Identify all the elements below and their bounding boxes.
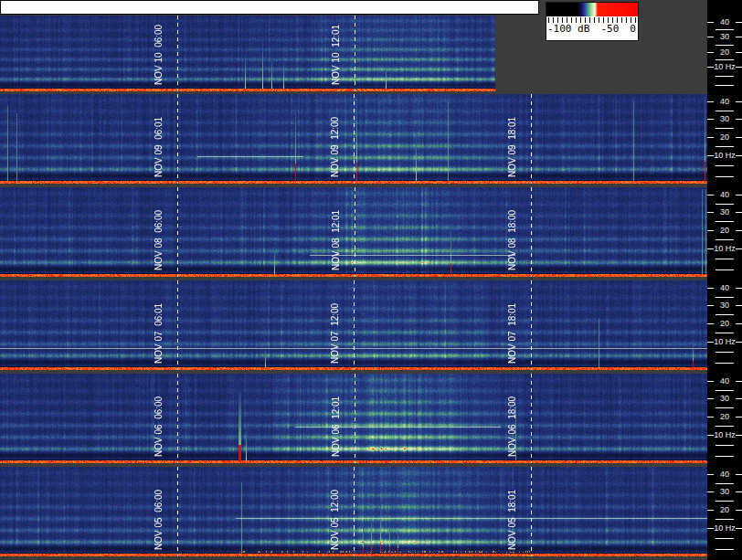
freq-tick-label: 20 [714, 319, 736, 328]
minor-tick-mark [716, 445, 734, 446]
time-marker-line [177, 374, 178, 463]
minor-tick-mark [716, 352, 734, 353]
minor-tick-mark [716, 549, 734, 550]
time-marker-label: NOV 09 18:01 [508, 117, 517, 177]
tick-mark [736, 155, 742, 156]
minor-tick-mark [716, 269, 734, 270]
freq-tick-label: 10 Hz [714, 151, 736, 160]
freq-tick-label-row: 20 [707, 412, 742, 421]
time-marker-label: NOV 08 06:00 [154, 210, 164, 270]
minor-tick-mark [716, 128, 734, 129]
tick-mark [736, 37, 742, 37]
freq-tick-label-row: 20 [707, 48, 742, 57]
tick-mark [736, 528, 742, 529]
tick-mark [707, 510, 714, 511]
freq-tick-label-row: 40 [707, 470, 742, 479]
tick-mark [736, 381, 742, 382]
time-marker-label: NOV 07 06:01 [154, 303, 164, 364]
freq-tick-label: 40 [714, 376, 736, 386]
minor-tick-mark [716, 456, 734, 457]
tick-mark [736, 323, 742, 324]
colorbar-gradient [546, 3, 638, 16]
page-title: I1-Cumiana |ELECTRIC FIELD/daily strips|… [27, 14, 535, 15]
freq-tick-label: 30 [714, 207, 736, 217]
tick-mark [707, 52, 714, 53]
time-marker-line [354, 280, 355, 370]
minor-tick-mark [716, 239, 734, 240]
freq-tick-label-row: 40 [707, 283, 742, 292]
tick-mark [707, 491, 714, 492]
minor-tick-mark [716, 176, 734, 177]
tick-mark [736, 137, 742, 138]
tick-mark [707, 37, 714, 37]
tick-mark [736, 288, 742, 289]
freq-tick-label-row: 20 [707, 505, 742, 514]
tick-mark [707, 528, 714, 529]
spectrogram-canvas [0, 16, 495, 91]
tick-mark [736, 212, 742, 213]
minor-tick-mark [716, 221, 734, 222]
tick-mark [707, 230, 714, 231]
time-marker-line [354, 467, 355, 556]
time-marker-label: NOV 08 18:00 [508, 210, 517, 270]
time-marker-line [177, 280, 178, 370]
freq-tick-label: 10 Hz [714, 62, 736, 71]
freq-tick-label-row: 40 [707, 376, 742, 386]
time-marker-line [355, 187, 355, 277]
time-marker-line [177, 94, 178, 184]
freq-tick-label-row: 30 [707, 32, 742, 41]
tick-mark [736, 417, 742, 417]
freq-tick-label: 30 [714, 394, 736, 403]
tick-mark [736, 510, 742, 511]
minor-tick-mark [716, 538, 734, 539]
minor-tick-mark [716, 45, 734, 46]
tick-mark [736, 342, 742, 343]
tick-mark [736, 248, 742, 249]
freq-tick-label-row: 30 [707, 207, 742, 217]
time-marker-label: NOV 09 12:00 [331, 117, 340, 177]
time-marker-label: NOV 05 06:00 [154, 490, 164, 550]
minor-tick-mark [716, 314, 734, 315]
time-marker-line [531, 280, 532, 370]
spectrogram-canvas [0, 187, 707, 277]
tick-mark [707, 137, 714, 138]
freq-tick-label-row: 10 Hz [707, 244, 742, 253]
time-marker-line [177, 467, 178, 556]
minor-tick-mark [716, 501, 734, 502]
minor-tick-mark [716, 111, 734, 111]
time-marker-line [177, 187, 178, 277]
time-marker-label: NOV 10 12:01 [332, 25, 341, 85]
freq-tick-label: 30 [714, 32, 736, 41]
tick-mark [736, 230, 742, 231]
tick-mark [736, 22, 742, 23]
minor-tick-mark [716, 259, 734, 259]
time-marker-label: NOV 07 12:00 [331, 303, 340, 364]
tick-mark [707, 248, 714, 249]
frequency-axis-strip: 40302010 Hz [707, 467, 742, 556]
time-marker-line [531, 94, 532, 184]
tick-mark [707, 381, 714, 382]
minor-tick-mark [716, 204, 734, 205]
colorbar-labels: -100 dB -50 0 [546, 23, 638, 35]
freq-tick-label: 20 [714, 132, 736, 142]
freq-tick-label-row: 30 [707, 114, 742, 123]
frequency-axis-strip: 40302010 Hz [707, 94, 742, 184]
freq-tick-label: 10 Hz [714, 244, 736, 253]
minor-tick-mark [716, 165, 734, 166]
tick-mark [707, 398, 714, 399]
minor-tick-mark [716, 390, 734, 391]
time-marker-label: NOV 05 12:00 [331, 490, 340, 550]
freq-tick-label-row: 10 Hz [707, 523, 742, 533]
time-marker-line [177, 16, 178, 91]
freq-tick-label: 20 [714, 505, 736, 514]
minor-tick-mark [716, 297, 734, 298]
freq-tick-label: 20 [714, 226, 736, 235]
tick-mark [707, 67, 714, 68]
freq-tick-label: 10 Hz [714, 523, 736, 533]
tick-mark [707, 474, 714, 475]
time-marker-label: NOV 08 12:01 [332, 210, 341, 270]
tick-mark [707, 305, 714, 306]
freq-tick-label: 40 [714, 97, 736, 106]
vlf-daily-strips-viewer: I1-Cumiana |ELECTRIC FIELD/daily strips|… [0, 0, 742, 560]
freq-tick-label-row: 10 Hz [707, 337, 742, 346]
